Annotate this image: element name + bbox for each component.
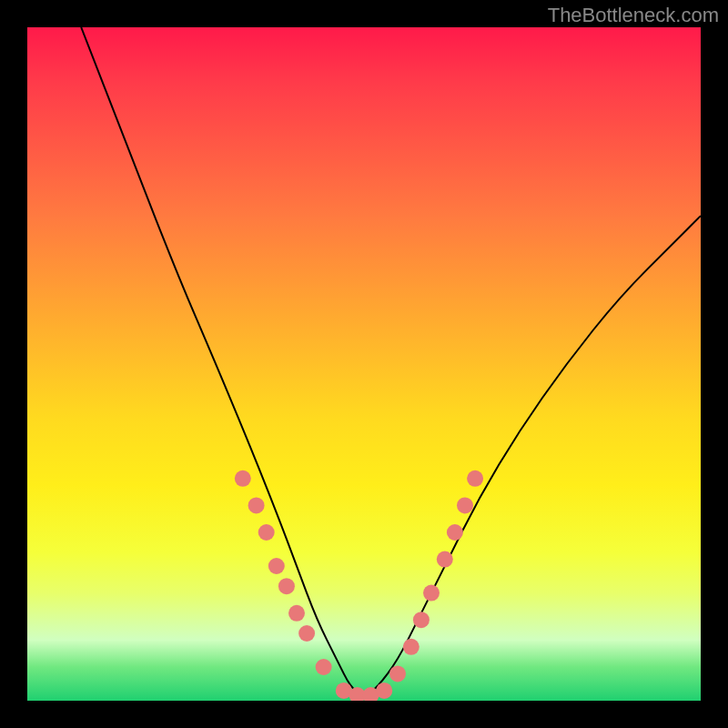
data-marker <box>467 470 483 487</box>
data-marker <box>248 497 265 513</box>
data-marker <box>316 659 332 675</box>
data-marker <box>235 470 251 487</box>
data-marker <box>376 682 392 699</box>
watermark-text: TheBottleneck.com <box>548 4 719 27</box>
plot-background <box>27 27 701 701</box>
data-marker <box>423 585 440 602</box>
data-marker <box>447 524 463 541</box>
data-marker <box>298 625 315 642</box>
data-marker <box>389 665 406 682</box>
data-marker <box>413 612 430 628</box>
bottleneck-curve <box>81 27 701 695</box>
data-marker <box>288 605 305 622</box>
data-marker <box>403 639 420 655</box>
marker-group <box>235 470 483 701</box>
chart-svg <box>27 27 701 701</box>
data-marker <box>268 558 285 574</box>
data-marker <box>258 524 275 541</box>
data-marker <box>278 578 295 594</box>
data-marker <box>437 551 453 568</box>
data-marker <box>457 497 473 513</box>
